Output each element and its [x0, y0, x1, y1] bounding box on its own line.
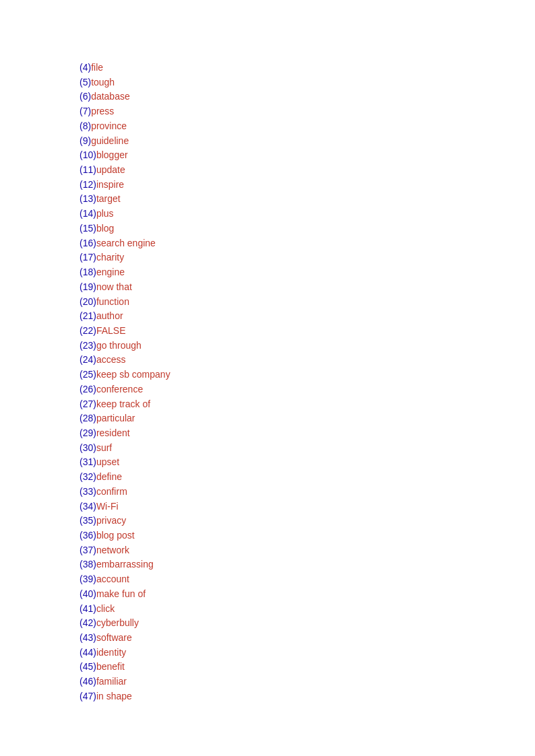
item-number: (42): [80, 617, 96, 628]
list-item: (40)make fun of: [80, 587, 535, 601]
item-word: search engine: [96, 238, 156, 248]
item-word: guideline: [91, 135, 129, 146]
item-number: (7): [80, 106, 91, 116]
item-word: access: [96, 354, 126, 365]
list-item: (35)privacy: [80, 514, 535, 528]
list-item: (14)plus: [80, 207, 535, 221]
item-number: (40): [80, 588, 96, 599]
list-item: (19)now that: [80, 280, 535, 294]
item-word: database: [91, 91, 130, 102]
list-item: (46)familiar: [80, 675, 535, 689]
list-item: (13)target: [80, 192, 535, 206]
item-word: charity: [96, 252, 124, 263]
list-item: (34)Wi-Fi: [80, 500, 535, 514]
item-number: (41): [80, 603, 96, 614]
list-item: (24)access: [80, 353, 535, 367]
item-number: (30): [80, 442, 96, 453]
item-word: particular: [96, 413, 135, 423]
item-word: resident: [96, 427, 130, 438]
item-word: surf: [96, 442, 112, 453]
list-item: (5)tough: [80, 75, 535, 90]
item-word: identity: [96, 647, 126, 658]
item-word: update: [96, 164, 125, 175]
item-word: confirm: [96, 486, 127, 497]
item-number: (18): [80, 267, 96, 277]
item-word: click: [96, 603, 115, 614]
list-item: (8)province: [80, 119, 535, 133]
item-number: (13): [80, 193, 96, 204]
item-word: go through: [96, 340, 141, 351]
item-number: (23): [80, 340, 96, 351]
item-number: (36): [80, 530, 96, 541]
item-word: tough: [91, 77, 115, 88]
item-number: (9): [80, 135, 91, 146]
list-item: (11)update: [80, 163, 535, 177]
list-item: (16)search engine: [80, 236, 535, 250]
item-word: keep track of: [96, 399, 150, 409]
item-word: plus: [96, 208, 114, 219]
item-word: software: [96, 632, 132, 643]
list-item: (25)keep sb company: [80, 368, 535, 382]
item-word: embarrassing: [96, 559, 154, 570]
list-item: (47)in shape: [80, 689, 535, 703]
list-item: (9)guideline: [80, 134, 535, 148]
item-number: (15): [80, 223, 96, 234]
list-item: (36)blog post: [80, 528, 535, 543]
list-item: (41)click: [80, 602, 535, 616]
item-number: (5): [80, 77, 91, 88]
item-word: now that: [96, 281, 132, 292]
item-number: (14): [80, 208, 96, 219]
item-number: (8): [80, 121, 91, 131]
item-number: (35): [80, 515, 96, 526]
item-word: conference: [96, 384, 143, 394]
item-word: blogger: [96, 149, 128, 160]
item-word: account: [96, 574, 129, 584]
list-item: (7)press: [80, 104, 535, 118]
item-number: (31): [80, 456, 96, 467]
vocabulary-list: (4)file(5)tough(6)database(7)press(8)pro…: [80, 61, 535, 703]
list-item: (6)database: [80, 90, 535, 104]
item-word: define: [96, 471, 122, 482]
item-number: (12): [80, 179, 96, 190]
item-number: (20): [80, 296, 96, 307]
item-number: (38): [80, 559, 96, 570]
item-number: (29): [80, 427, 96, 438]
item-word: make fun of: [96, 588, 146, 599]
list-item: (28)particular: [80, 411, 535, 425]
list-item: (21)author: [80, 309, 535, 323]
list-item: (42)cyberbully: [80, 616, 535, 630]
item-word: upset: [96, 456, 119, 467]
item-number: (10): [80, 149, 96, 160]
list-item: (18)engine: [80, 265, 535, 279]
list-item: (38)embarrassing: [80, 557, 535, 572]
list-item: (29)resident: [80, 426, 535, 440]
item-number: (43): [80, 632, 96, 643]
item-word: FALSE: [96, 325, 126, 336]
list-item: (12)inspire: [80, 178, 535, 192]
list-item: (20)function: [80, 295, 535, 309]
list-item: (44)identity: [80, 646, 535, 660]
list-item: (30)surf: [80, 441, 535, 455]
item-word: keep sb company: [96, 369, 170, 380]
item-number: (6): [80, 91, 91, 102]
item-number: (46): [80, 676, 96, 687]
item-number: (37): [80, 545, 96, 555]
item-number: (16): [80, 238, 96, 248]
item-number: (27): [80, 399, 96, 409]
item-number: (19): [80, 281, 96, 292]
item-number: (24): [80, 354, 96, 365]
list-item: (32)define: [80, 470, 535, 484]
list-item: (10)blogger: [80, 148, 535, 162]
item-number: (45): [80, 661, 96, 672]
item-word: file: [91, 62, 103, 73]
item-number: (17): [80, 252, 96, 263]
item-number: (33): [80, 486, 96, 497]
item-word: in shape: [96, 691, 132, 701]
list-item: (45)benefit: [80, 660, 535, 674]
item-word: network: [96, 545, 129, 555]
item-number: (21): [80, 310, 96, 321]
item-word: Wi-Fi: [96, 501, 119, 512]
item-word: benefit: [96, 661, 125, 672]
list-item: (33)confirm: [80, 485, 535, 499]
item-number: (25): [80, 369, 96, 380]
